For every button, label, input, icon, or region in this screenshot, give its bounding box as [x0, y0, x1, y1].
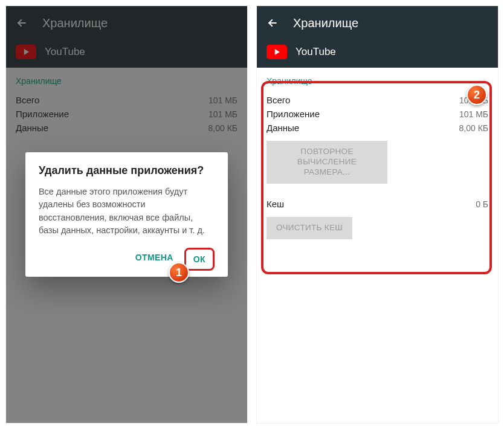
back-icon[interactable]	[267, 17, 279, 29]
confirm-dialog: Удалить данные приложения? Все данные эт…	[25, 152, 228, 276]
row-total: Всего 101 МБ	[267, 93, 488, 107]
recompute-size-button[interactable]: ПОВТОРНОЕ ВЫЧИСЛЕНИЕ РАЗМЕРА...	[267, 141, 387, 184]
page-title: Хранилище	[293, 16, 358, 30]
storage-content: Хранилище Всего 101 МБ Приложение 101 МБ…	[257, 68, 498, 423]
row-label: Кеш	[267, 199, 284, 209]
row-label: Всего	[267, 95, 290, 105]
screenshot-right: Хранилище YouTube Хранилище Всего 101 МБ…	[257, 6, 498, 423]
youtube-icon	[267, 45, 287, 59]
step-badge-1: 1	[169, 262, 189, 283]
dialog-body: Все данные этого приложения будут удален…	[39, 185, 215, 236]
row-cache: Кеш 0 Б	[267, 197, 488, 211]
row-value: 101 МБ	[459, 109, 488, 119]
modal-overlay: Удалить данные приложения? Все данные эт…	[6, 6, 247, 423]
dialog-title: Удалить данные приложения?	[39, 164, 215, 177]
row-value: 0 Б	[476, 199, 488, 209]
app-row: YouTube	[257, 40, 498, 68]
row-value: 8,00 КБ	[459, 123, 488, 133]
row-data: Данные 8,00 КБ	[267, 121, 488, 135]
clear-cache-button[interactable]: ОЧИСТИТЬ КЕШ	[267, 217, 352, 239]
appbar: Хранилище	[257, 6, 498, 40]
section-label: Хранилище	[267, 76, 488, 86]
dialog-actions: ОТМЕНА ОК	[39, 248, 215, 271]
screenshot-left: Хранилище YouTube Хранилище Всего 101 МБ…	[6, 6, 247, 423]
app-name: YouTube	[296, 46, 336, 58]
step-badge-2: 2	[467, 85, 487, 105]
row-label: Приложение	[267, 109, 320, 119]
row-appsize: Приложение 101 МБ	[267, 107, 488, 121]
ok-button[interactable]: ОК	[184, 248, 215, 271]
row-label: Данные	[267, 123, 299, 133]
